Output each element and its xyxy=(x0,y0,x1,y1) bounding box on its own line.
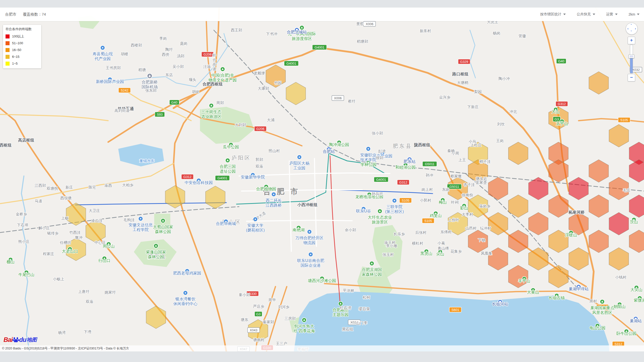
road-badge: G4001 xyxy=(374,177,388,182)
svg-text:稻塘: 稻塘 xyxy=(138,68,146,72)
legend-label: 6~15 xyxy=(12,55,19,59)
map-label: 杏子洼 xyxy=(464,183,475,187)
svg-text:G40: G40 xyxy=(171,101,178,104)
svg-text:胡岗: 胡岗 xyxy=(192,89,199,94)
chevron-down-icon xyxy=(615,14,618,15)
svg-text:S601: S601 xyxy=(452,308,459,312)
svg-text:新桥国际产业园: 新桥国际产业园 xyxy=(96,79,124,84)
map-label: 松柯 xyxy=(363,295,370,299)
svg-text:G5011: G5011 xyxy=(450,185,459,189)
road-badge: G329 xyxy=(458,59,470,64)
map-label: 凌山洼 xyxy=(91,218,103,223)
toolbar-dropdown-1[interactable]: 按市辖区统计 xyxy=(540,12,566,17)
svg-text:山门李: 山门李 xyxy=(356,321,368,325)
svg-text:刘河乡: 刘河乡 xyxy=(278,305,290,309)
svg-text:杏子洼: 杏子洼 xyxy=(464,183,475,187)
zoom-out-button[interactable]: − xyxy=(628,74,635,81)
map-label: 合肥西枢纽 xyxy=(202,82,223,86)
map-label: 西傍 xyxy=(162,52,169,57)
map-canvas[interactable]: G4001G4001G4001G4001G40G40G3G3G5011G5011… xyxy=(0,8,644,351)
chevron-down-icon xyxy=(563,14,566,15)
zoom-in-button[interactable]: + xyxy=(628,37,635,44)
map-label: 肥东县 xyxy=(393,143,412,149)
map-label: 平浒林 xyxy=(343,288,354,293)
svg-text:G4001: G4001 xyxy=(314,46,324,49)
svg-text:G4001: G4001 xyxy=(286,62,296,65)
map-label: 墩冲 xyxy=(75,235,83,240)
svg-text:徐南份: 徐南份 xyxy=(462,193,473,197)
legend-swatch xyxy=(6,62,10,66)
map-label: 肥西枢纽 xyxy=(0,143,12,147)
svg-text:长临古镇: 长临古镇 xyxy=(549,296,565,300)
map-label: 老戴埂 xyxy=(254,71,265,75)
legend-item: 100以上 xyxy=(6,33,39,40)
svg-text:吴小郢: 吴小郢 xyxy=(173,64,184,69)
pan-left-icon[interactable]: ‹ xyxy=(627,27,628,30)
svg-text:肥西老母鸡家园: 肥西老母鸡家园 xyxy=(173,271,201,275)
legend-item: 16~50 xyxy=(6,47,39,53)
pan-up-icon[interactable]: ˆ xyxy=(631,24,632,27)
svg-text:巢湖站: 巢湖站 xyxy=(630,319,642,323)
map-label: 花集乡 xyxy=(451,249,462,253)
svg-text:大卫庄: 大卫庄 xyxy=(89,208,100,213)
map-label: 双庙 xyxy=(86,299,93,304)
map-label: 张东郢 xyxy=(145,88,157,93)
chevron-down-icon xyxy=(637,14,639,15)
svg-text:江西郢: 江西郢 xyxy=(35,183,46,188)
toolbar-dropdown-4[interactable]: 2km xyxy=(629,12,639,16)
map-label: 小西冲枢纽 xyxy=(297,203,317,207)
svg-text:严店乡: 严店乡 xyxy=(253,304,264,308)
svg-text:凌山洼: 凌山洼 xyxy=(91,218,103,223)
svg-text:解小庄: 解小庄 xyxy=(38,226,50,230)
pan-control[interactable]: ˆ ˇ ‹ › xyxy=(626,23,638,35)
zoom-slider-handle[interactable] xyxy=(628,55,634,58)
legend-item: 6~15 xyxy=(6,53,39,60)
legend-label: 1~5 xyxy=(12,62,18,65)
dropdown-label: 公共快充 xyxy=(577,12,591,17)
svg-text:X006: X006 xyxy=(334,96,342,100)
svg-text:大李村: 大李村 xyxy=(462,212,473,216)
svg-text:张玉村: 张玉村 xyxy=(383,252,394,257)
svg-text:任槽坊: 任槽坊 xyxy=(60,240,71,245)
svg-text:龟山公园: 龟山公园 xyxy=(589,326,606,330)
svg-text:合肥植物园: 合肥植物园 xyxy=(256,187,276,191)
toolbar-dropdown-3[interactable]: 运营 xyxy=(606,12,618,17)
svg-text:黑虎山: 黑虎山 xyxy=(420,251,432,256)
pan-right-icon[interactable]: › xyxy=(635,27,636,30)
svg-text:太子山: 太子山 xyxy=(556,121,568,126)
svg-text:黑石咀: 黑石咀 xyxy=(342,327,353,331)
svg-text:S105: S105 xyxy=(402,199,409,202)
svg-text:凤凰集: 凤凰集 xyxy=(481,251,492,255)
map-label: 李岗 xyxy=(159,36,167,40)
map-label: 金桥乡 xyxy=(16,212,27,216)
toolbar-dropdown-2[interactable]: 公共快充 xyxy=(577,12,595,17)
svg-text:中安创谷科技园: 中安创谷科技园 xyxy=(185,180,213,185)
svg-text:王岗: 王岗 xyxy=(496,139,504,143)
svg-text:下杨: 下杨 xyxy=(478,238,486,242)
svg-text:余小郢: 余小郢 xyxy=(345,228,356,232)
pan-down-icon[interactable]: ˇ xyxy=(631,30,632,34)
svg-text:彭湾: 彭湾 xyxy=(378,149,386,153)
svg-text:铭传乡: 铭传乡 xyxy=(47,231,59,235)
legend-item: 51~100 xyxy=(6,40,39,47)
map-label: 郭郢 xyxy=(255,157,263,162)
svg-text:紫微洞: 紫微洞 xyxy=(634,298,644,302)
map-label: 新库村 xyxy=(420,29,431,33)
svg-text:花集乡: 花集乡 xyxy=(451,249,462,253)
svg-text:竹园: 竹园 xyxy=(274,81,282,85)
svg-text:朝阳山: 朝阳山 xyxy=(614,304,626,309)
svg-text:庙西: 庙西 xyxy=(104,183,112,188)
svg-text:梅山: 梅山 xyxy=(438,200,447,204)
svg-text:G312: G312 xyxy=(558,102,566,106)
svg-text:陶圩: 陶圩 xyxy=(165,47,173,52)
svg-text:路口枢纽: 路口枢纽 xyxy=(452,72,468,76)
map-label: 庙岗乡 xyxy=(479,204,491,208)
map-label: 庞岗 xyxy=(180,41,187,46)
svg-text:黄窑: 黄窑 xyxy=(356,22,364,26)
map-label: 庙王村 xyxy=(384,240,396,245)
map-label: 程家庄 xyxy=(43,252,54,256)
svg-text:青山傅: 青山傅 xyxy=(438,246,449,250)
zoom-slider[interactable] xyxy=(630,45,633,73)
svg-text:郭郢: 郭郢 xyxy=(255,157,263,162)
svg-text:G5011: G5011 xyxy=(425,162,434,166)
